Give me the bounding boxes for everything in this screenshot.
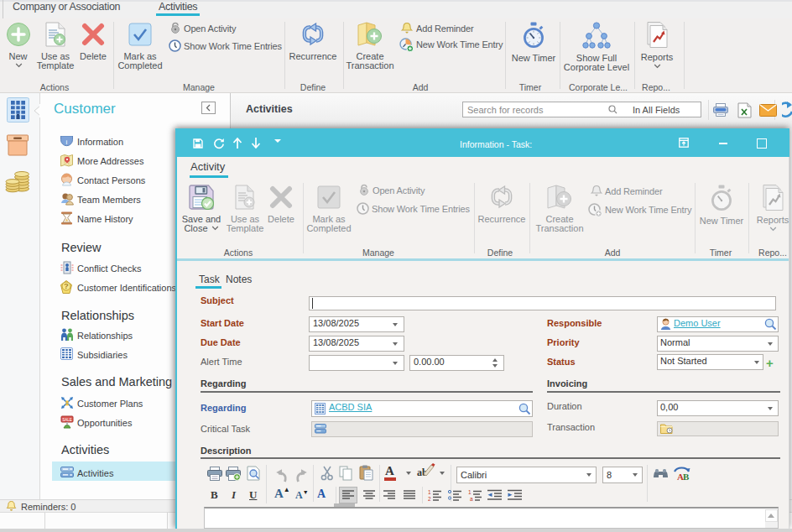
- svg-text:i: i: [66, 138, 68, 146]
- svg-text:?: ?: [64, 281, 69, 290]
- svg-text:1: 1: [468, 489, 472, 495]
- svg-text:B: B: [683, 472, 690, 482]
- svg-text:1: 1: [428, 489, 431, 495]
- svg-text:a: a: [470, 496, 473, 502]
- svg-text:2: 2: [428, 496, 431, 502]
- svg-text:SALE: SALE: [62, 418, 72, 422]
